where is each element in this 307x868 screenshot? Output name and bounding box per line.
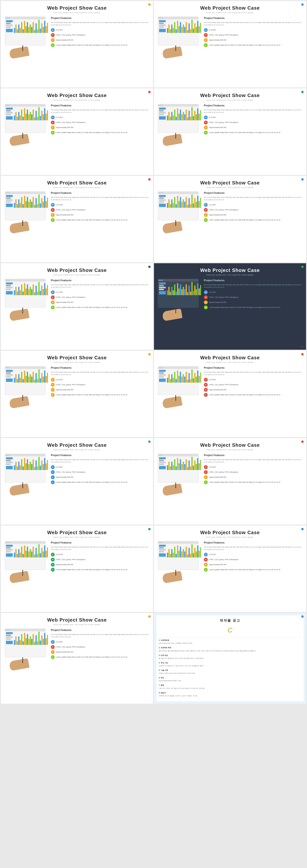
doc-section-title-2: 3. 타겟 대상 [159,654,301,657]
feature-item-3: ●Lorem update totaly dote on dote on in … [51,306,149,309]
doc-section-title-1: 2. 프로젝트 목적 [159,646,301,649]
feature-text-2: Approximately $34,000 [56,214,73,216]
feature-item-1: ●HTML, CSS, jQuery, PHP & Wordpress [51,208,149,212]
slide-dot [148,3,150,6]
slide-body: Project FeaturesSet of temp totaly total… [158,366,302,408]
slide-body: Project FeaturesSet of temp totaly total… [5,191,149,234]
feature-text-1: HTML, CSS, jQuery, PHP & Wordpress [209,209,238,211]
features-desc: Set of temp totaly totaly under totaly d… [204,459,302,463]
feature-text-3: Lorem update totaly dote on dote on in d… [209,307,280,308]
feature-item-1: ●HTML, CSS, jQuery, PHP & Wordpress [204,296,302,299]
slide-dot [301,353,304,355]
feature-text-0: § 24,000 [209,29,216,31]
feature-text-3: Lorem update totaly dote on dote on in d… [56,307,127,308]
features-title: Project Features [51,454,149,457]
doc-section-content-4: HTML5, CSS3, jQuery, PHP & WordPress 기반으… [159,672,301,674]
slide-title: Web Project Show Case [5,355,149,361]
feature-icon-1: ● [204,33,208,37]
features-area: Project FeaturesSet of temp totaly total… [204,104,302,136]
slide-subtitle: Insert your subtitle here. This is good … [158,536,302,538]
feature-icon-0: ● [51,640,55,644]
slide-subtitle: Insert your subtitle here. This is good … [158,361,302,363]
mockup-area [158,366,201,408]
doc-section-1: 2. 프로젝트 목적클라이언트의 웹 프로젝트를 효과적으로 소개하고 홍보하기… [159,646,301,652]
slide-dot [148,91,150,93]
feature-icon-0: ● [51,378,55,382]
feature-icon-1: ● [51,208,55,212]
doc-section-7: 8. 담당자프로젝트 매니저: 홍길동 / 디자이너: 김민수 / 개발자: 이… [159,691,301,697]
feature-text-1: HTML, CSS, jQuery, PHP & Wordpress [56,646,86,648]
features-area: Project FeaturesSet of temp totaly total… [51,366,149,398]
slide-dot [301,91,304,93]
doc-section-content-3: 프로젝트 소개 슬라이드, 기술 스택 표시, 예산 안내, 포트폴리오 갤러리 [159,665,301,667]
feature-text-0: § 24,000 [56,204,63,206]
feature-icon-3: ● [51,218,55,222]
features-area: Project FeaturesSet of temp totaly total… [204,279,302,311]
feature-text-2: Approximately $34,000 [209,214,227,216]
feature-item-0: ●§ 24,000 [51,290,149,294]
feature-icon-1: ● [51,558,55,561]
doc-section-4: 5. 기술 스택HTML5, CSS3, jQuery, PHP & WordP… [159,669,301,674]
feature-text-0: § 24,000 [56,554,63,555]
feature-item-2: ●Approximately $34,000 [204,563,302,566]
feature-icon-0: ● [204,28,208,32]
feature-icon-0: ● [51,116,55,119]
features-title: Project Features [51,104,149,107]
feature-text-2: Approximately $34,000 [56,39,73,41]
slide-subtitle: Insert your subtitle here. This is good … [5,536,149,538]
features-title: Project Features [51,366,149,369]
feature-icon-1: ● [51,645,55,649]
feature-icon-2: ● [204,213,208,217]
slide-number: ○ ○ [147,700,150,702]
mockup-area [5,104,48,146]
feature-item-3: ●Lorem update totaly dote on dote on in … [51,655,149,659]
feature-item-2: ●Approximately $34,000 [51,301,149,304]
feature-icon-1: ● [51,470,55,474]
feature-icon-2: ● [51,650,55,654]
feature-icon-3: ● [51,393,55,397]
feature-item-0: ●§ 24,000 [204,553,302,557]
features-title: Project Features [51,279,149,282]
feature-icon-3: ● [51,131,55,134]
slide-subtitle: Insert your subtitle here. This is good … [158,99,302,101]
slide-dot [148,528,150,530]
features-area: Project FeaturesSet of temp totaly total… [51,279,149,311]
feature-text-0: § 24,000 [56,379,63,380]
features-title: Project Features [51,17,149,20]
doc-title: 제작물 공고 [159,618,301,623]
features-desc: Set of temp totaly totaly under totaly d… [204,109,302,114]
features-area: Project FeaturesSet of temp totaly total… [204,191,302,223]
feature-item-1: ●HTML, CSS, jQuery, PHP & Wordpress [204,33,302,37]
slide-body: Project FeaturesSet of temp totaly total… [5,366,149,408]
slide-body: Project FeaturesSet of temp totaly total… [158,191,302,234]
features-area: Project FeaturesSet of temp totaly total… [204,366,302,398]
feature-text-3: Lorem update totaly dote on dote on in d… [209,219,280,221]
feature-item-2: ●Approximately $34,000 [51,38,149,42]
slide-5: Web Project Show CaseInsert your subtitl… [1,176,153,262]
feature-text-1: HTML, CSS, jQuery, PHP & Wordpress [56,471,86,473]
feature-text-1: HTML, CSS, jQuery, PHP & Wordpress [56,209,86,211]
features-title: Project Features [204,541,302,544]
feature-item-1: ●HTML, CSS, jQuery, PHP & Wordpress [204,383,302,387]
features-desc: Set of temp totaly totaly under totaly d… [204,284,302,288]
features-title: Project Features [204,279,302,282]
doc-section-title-6: 7. 일정 [159,684,301,686]
slide-subtitle: Insert your subtitle here. This is good … [5,186,149,189]
doc-section-content-7: 프로젝트 매니저: 홍길동 / 디자이너: 김민수 / 개발자: 이지영 [159,695,301,697]
features-area: Project FeaturesSet of temp totaly total… [204,541,302,573]
slide-subtitle: Insert your subtitle here. This is good … [5,448,149,451]
slide-number: ○ ○ [300,433,303,435]
feature-icon-3: ● [51,306,55,309]
feature-icon-2: ● [51,38,55,42]
doc-section-0: 1. 프로젝트명Web Project Show Case - 포트폴리오 웹사… [159,639,301,644]
feature-text-0: § 24,000 [56,466,63,468]
features-area: Project FeaturesSet of temp totaly total… [204,17,302,48]
features-title: Project Features [51,541,149,544]
feature-item-1: ●HTML, CSS, jQuery, PHP & Wordpress [51,470,149,474]
feature-item-3: ●Lorem update totaly dote on dote on in … [51,480,149,484]
feature-text-1: HTML, CSS, jQuery, PHP & Wordpress [209,471,238,473]
feature-icon-0: ● [204,290,208,294]
feature-item-3: ●Lorem update totaly dote on dote on in … [204,218,302,222]
feature-text-2: Approximately $34,000 [56,476,73,478]
feature-text-2: Approximately $34,000 [209,564,227,565]
